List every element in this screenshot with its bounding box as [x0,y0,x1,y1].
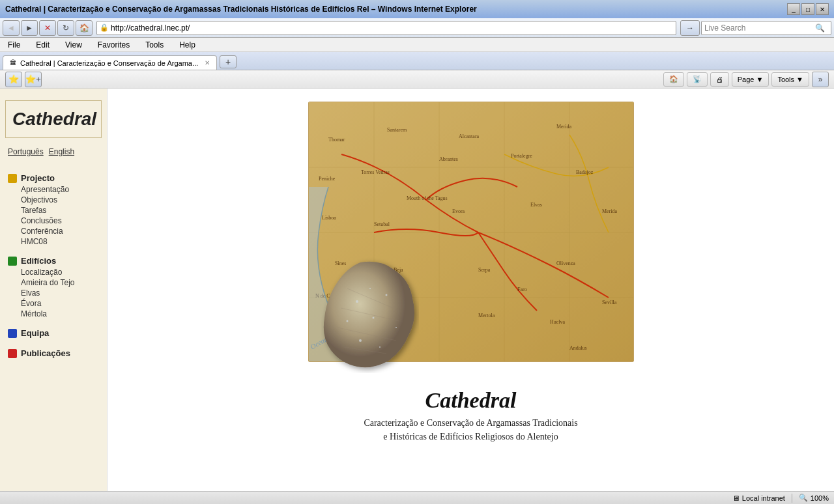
tab-close-icon[interactable]: ✕ [205,59,210,66]
minimize-button[interactable]: _ [787,3,800,15]
print-icon: 🖨 [716,76,723,83]
window-title: Cathedral | Caracterização e Conservação… [5,5,477,14]
tab-favicon: 🏛 [10,59,16,66]
zone-icon: 🖥 [732,494,740,502]
map-container: Thomar Santarem Alcantara Merida Peniche… [308,102,634,369]
svg-text:Alcantara: Alcantara [459,133,480,139]
svg-point-42 [372,317,374,319]
favorites-star-button[interactable]: ⭐ [5,72,22,87]
menu-view[interactable]: View [63,39,85,51]
hero-title: Cathedral [364,388,577,413]
hero-subtitle-line1: Caracterização e Conservação de Argamass… [364,416,577,430]
print-button[interactable]: 🖨 [710,72,729,87]
svg-text:Portalegre: Portalegre [511,153,532,159]
toolbar-expand-button[interactable]: » [812,72,829,87]
sidebar-section-edificios: Edifícios Localização Amieira do Tejo El… [0,249,107,322]
link-amieira[interactable]: Amieira do Tejo [8,277,99,288]
link-tarefas[interactable]: Tarefas [8,205,99,216]
link-conclusoes[interactable]: Conclusões [8,216,99,226]
maximize-button[interactable]: □ [801,3,814,15]
feeds-button[interactable]: 📡 [687,72,708,87]
zoom-label: 100% [811,494,829,502]
equipa-color-dot [8,329,17,338]
tools-button[interactable]: Tools ▼ [771,72,809,87]
menu-favorites[interactable]: Favorites [95,39,132,51]
site-logo: Cathedral [5,100,102,138]
home-toolbar-button[interactable]: 🏠 [663,72,684,87]
search-bar[interactable]: 🔍 [701,21,831,35]
svg-point-45 [379,346,381,348]
tab-cathedral[interactable]: 🏛 Cathedral | Caracterização e Conservaç… [3,55,217,70]
svg-text:Peniche: Peniche [319,176,336,182]
svg-text:Abrantes: Abrantes [439,156,458,162]
status-bar: 🖥 Local intranet 🔍 100% [0,491,834,504]
category-edificios: Edifícios [8,256,99,266]
publicacoes-color-dot [8,349,17,358]
link-localizacao[interactable]: Localização [8,267,99,277]
new-tab-button[interactable]: + [220,55,237,68]
lang-english[interactable]: English [49,147,74,156]
menu-file[interactable]: File [5,39,23,51]
link-objectivos[interactable]: Objectivos [8,195,99,205]
stop-button[interactable]: ✕ [39,20,56,36]
back-button[interactable]: ◄ [3,20,20,36]
svg-text:Merida: Merida [556,124,572,130]
page-button[interactable]: Page ▼ [732,72,769,87]
address-bar[interactable]: 🔒 [96,21,676,35]
title-bar: Cathedral | Caracterização e Conservação… [0,0,834,18]
category-equipa: Equipa [8,328,99,338]
refresh-button[interactable]: ↻ [57,20,74,36]
add-favorites-button[interactable]: ⭐+ [25,72,42,87]
svg-text:Lisboa: Lisboa [322,215,336,221]
sidebar-section-equipa: Equipa [0,322,107,342]
home-button[interactable]: 🏠 [76,20,93,36]
svg-point-47 [395,327,397,328]
hero-title-block: Cathedral Caracterização e Conservação d… [364,388,577,443]
link-evora[interactable]: Évora [8,298,99,309]
go-button[interactable]: → [680,20,700,36]
menu-help[interactable]: Help [177,39,198,51]
svg-text:Elvas: Elvas [530,202,542,208]
svg-text:Evora: Evora [452,208,465,214]
sidebar-section-projecto: Projecto Apresentação Objectivos Tarefas… [0,167,107,249]
lang-portuguese[interactable]: Português [8,147,44,156]
category-edificios-label: Edifícios [21,256,56,266]
svg-text:Huelva: Huelva [550,319,566,325]
link-mertola[interactable]: Mértola [8,309,99,319]
language-bar: Português English [0,143,107,160]
svg-text:Setubal: Setubal [374,221,390,227]
category-publicacoes-label: Publicações [21,348,70,358]
tab-label: Cathedral | Caracterização e Conservação… [20,59,198,67]
zoom-icon: 🔍 [799,494,808,502]
search-input[interactable] [704,23,815,33]
link-conferencia[interactable]: Conferência [8,226,99,236]
svg-text:Thomar: Thomar [328,137,345,143]
status-divider [792,494,792,503]
menu-edit[interactable]: Edit [33,39,52,51]
svg-text:Merida: Merida [602,208,618,214]
zoom-indicator: 🔍 100% [799,494,829,502]
content-area: Thomar Santarem Alcantara Merida Peniche… [108,89,834,491]
svg-point-41 [356,300,358,303]
close-window-button[interactable]: ✕ [816,3,829,15]
zone-indicator: 🖥 Local intranet [732,494,785,502]
forward-button[interactable]: ► [21,20,38,36]
feeds-icon: 📡 [693,75,702,83]
edificios-color-dot [8,257,17,266]
lock-icon: 🔒 [100,23,109,32]
svg-text:Badajoz: Badajoz [576,169,594,175]
url-input[interactable] [111,23,673,33]
stone-svg [321,256,419,373]
menu-tools[interactable]: Tools [143,39,166,51]
sidebar: Cathedral Português English Projecto Apr… [0,89,108,491]
svg-text:Andalus: Andalus [569,345,587,351]
link-elvas[interactable]: Elvas [8,288,99,298]
window-controls: _ □ ✕ [787,3,829,15]
svg-point-43 [385,294,387,296]
link-apresentacao[interactable]: Apresentação [8,184,99,195]
svg-point-48 [369,288,371,289]
link-hmc08[interactable]: HMC08 [8,236,99,247]
search-icon[interactable]: 🔍 [815,23,825,33]
main-content: Cathedral Português English Projecto Apr… [0,89,834,491]
navigation-toolbar: ◄ ► ✕ ↻ 🏠 🔒 → 🔍 [0,18,834,38]
